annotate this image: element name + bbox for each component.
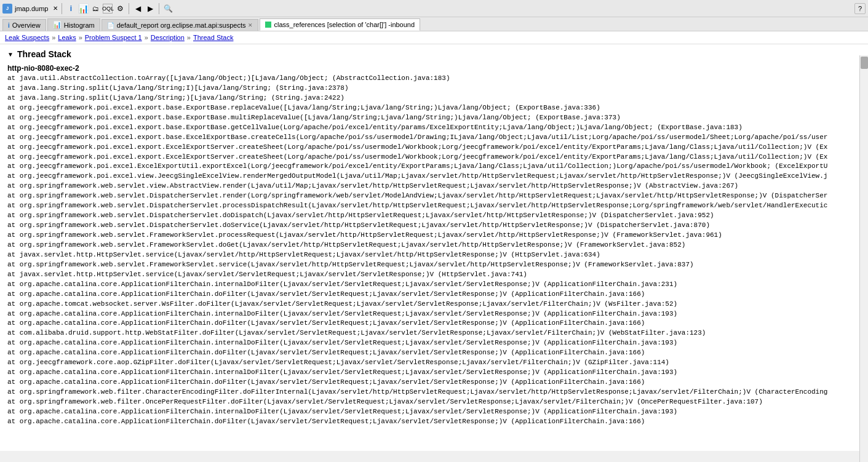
stack-line: at org.apache.catalina.core.ApplicationF… — [7, 407, 861, 417]
stack-line: at org.apache.catalina.core.ApplicationF… — [7, 338, 861, 348]
stack-trace: at java.util.AbstractCollection.toArray(… — [7, 74, 861, 427]
app-close-icon[interactable]: ✕ — [53, 5, 58, 12]
app-tab-icon: J — [2, 4, 12, 14]
class-references-tab-label: class_references [selection of 'char[]']… — [274, 21, 415, 28]
stack-line: at org.springframework.web.servlet.Dispa… — [7, 211, 861, 221]
stack-line: at org.springframework.web.servlet.Frame… — [7, 260, 861, 270]
stack-line: at org.apache.catalina.core.ApplicationF… — [7, 319, 861, 329]
tab-overview[interactable]: i Overview — [2, 19, 46, 31]
stack-line: at org.springframework.web.filter.OncePe… — [7, 397, 861, 407]
scrollbar-thumb[interactable] — [861, 57, 868, 69]
stack-line: at org.springframework.web.servlet.Dispa… — [7, 201, 861, 211]
breadcrumb-leak-suspects[interactable]: Leak Suspects — [5, 34, 49, 41]
help-button[interactable]: ? — [854, 3, 866, 14]
stack-line: at org.jeecgframework.poi.excel.export.E… — [7, 153, 861, 162]
stack-line: at org.springframework.web.filter.Charac… — [7, 388, 861, 397]
toolbar-separator-2 — [129, 3, 129, 14]
histogram-tab-label: Histogram — [64, 22, 95, 29]
settings-toolbar-icon[interactable]: ⚙ — [115, 4, 125, 14]
main-content: ▼ Thread Stack http-nio-8080-exec-2 at j… — [0, 44, 868, 451]
stack-line: at org.jeecgframework.poi.excel.export.b… — [7, 133, 861, 143]
default-report-close-icon[interactable]: ✕ — [248, 22, 253, 28]
stack-line: at javax.servlet.http.HttpServlet.servic… — [7, 270, 861, 280]
thread-name: http-nio-8080-exec-2 — [7, 64, 861, 73]
tab-histogram[interactable]: 📊 Histogram — [47, 18, 100, 31]
stack-line: at org.jeecgframework.poi.excel.export.b… — [7, 103, 861, 113]
toolbar-separator-3 — [159, 3, 159, 14]
stack-line: at java.lang.String.split(Ljava/lang/Str… — [7, 94, 861, 103]
section-header[interactable]: ▼ Thread Stack — [7, 49, 861, 59]
toolbar-separator-1 — [62, 3, 62, 14]
nav-icon-2[interactable]: ▶ — [145, 4, 155, 14]
stack-line: at org.jeecgframework.poi.excel.export.b… — [7, 123, 861, 133]
stack-line: at org.apache.catalina.core.ApplicationF… — [7, 378, 861, 388]
stack-line: at org.jeecgframework.core.aop.GZipFilte… — [7, 358, 861, 368]
green-dot-icon — [265, 22, 271, 28]
stack-line: at org.springframework.web.servlet.Frame… — [7, 241, 861, 250]
stack-line: at java.util.AbstractCollection.toArray(… — [7, 74, 861, 84]
expand-triangle-icon: ▼ — [7, 51, 14, 58]
default-report-tab-label: default_report org.eclipse.mat.api:suspe… — [117, 22, 246, 29]
main-toolbar: J jmap.dump ✕ i 📊 🗂 OQL ⚙ ◀ ▶ 🔍 ? — [0, 0, 868, 17]
overview-tab-icon: i — [8, 22, 10, 29]
breadcrumb-leaks[interactable]: Leaks — [58, 34, 76, 41]
breadcrumb-description[interactable]: Description — [151, 34, 185, 41]
stack-line: at java.lang.String.split(Ljava/lang/Str… — [7, 84, 861, 94]
stack-line: at org.jeecgframework.poi.excel.export.b… — [7, 113, 861, 123]
stack-line: at org.springframework.web.servlet.Dispa… — [7, 191, 861, 201]
default-report-icon: 📄 — [107, 22, 114, 29]
stack-line: at org.apache.catalina.core.ApplicationF… — [7, 348, 861, 358]
stack-line: at org.apache.catalina.core.ApplicationF… — [7, 417, 861, 427]
search-toolbar-icon[interactable]: 🔍 — [163, 4, 173, 14]
app-title: jmap.dump — [15, 5, 48, 12]
breadcrumb-sep-3: » — [145, 34, 148, 41]
stack-line: at org.apache.catalina.core.ApplicationF… — [7, 368, 861, 378]
thread-stack-content: http-nio-8080-exec-2 at java.util.Abstra… — [7, 64, 861, 427]
tab-default-report[interactable]: 📄 default_report org.eclipse.mat.api:sus… — [102, 19, 259, 31]
stack-line: at javax.servlet.http.HttpServlet.servic… — [7, 250, 861, 260]
overview-tab-label: Overview — [12, 22, 41, 29]
scrollbar[interactable] — [859, 55, 868, 451]
report-toolbar-icon[interactable]: 🗂 — [90, 4, 100, 14]
breadcrumb: Leak Suspects » Leaks » Problem Suspect … — [0, 31, 868, 44]
tab-class-references[interactable]: class_references [selection of 'char[]']… — [260, 18, 420, 31]
stack-line: at com.alibaba.druid.support.http.WebSta… — [7, 329, 861, 338]
breadcrumb-sep-1: » — [52, 34, 55, 41]
stack-line: at org.apache.catalina.core.ApplicationF… — [7, 280, 861, 290]
nav-icon-1[interactable]: ◀ — [133, 4, 143, 14]
stack-line: at org.apache.catalina.core.ApplicationF… — [7, 309, 861, 319]
stack-line: at org.jeecgframework.poi.excel.export.E… — [7, 143, 861, 153]
histogram-tab-icon: 📊 — [53, 21, 62, 29]
info-toolbar-icon[interactable]: i — [66, 4, 76, 14]
breadcrumb-thread-stack[interactable]: Thread Stack — [193, 34, 233, 41]
stack-line: at org.springframework.web.servlet.view.… — [7, 181, 861, 191]
tab-bar: i Overview 📊 Histogram 📄 default_report … — [0, 17, 868, 31]
breadcrumb-problem-suspect[interactable]: Problem Suspect 1 — [85, 34, 142, 41]
stack-line: at org.springframework.web.servlet.Dispa… — [7, 221, 861, 231]
section-title: Thread Stack — [17, 49, 71, 59]
stack-line: at org.jeecgframework.poi.excel.view.Jee… — [7, 172, 861, 181]
stack-line: at org.springframework.web.servlet.Frame… — [7, 231, 861, 241]
stack-line: at org.jeecgframework.poi.excel.ExcelExp… — [7, 162, 861, 172]
breadcrumb-sep-4: » — [187, 34, 191, 41]
stack-line: at org.apache.tomcat.websocket.server.Ws… — [7, 300, 861, 309]
histogram-toolbar-icon[interactable]: 📊 — [78, 4, 88, 14]
sql-toolbar-icon[interactable]: OQL — [103, 4, 113, 14]
stack-line: at org.apache.catalina.core.ApplicationF… — [7, 290, 861, 300]
breadcrumb-sep-2: » — [79, 34, 82, 41]
